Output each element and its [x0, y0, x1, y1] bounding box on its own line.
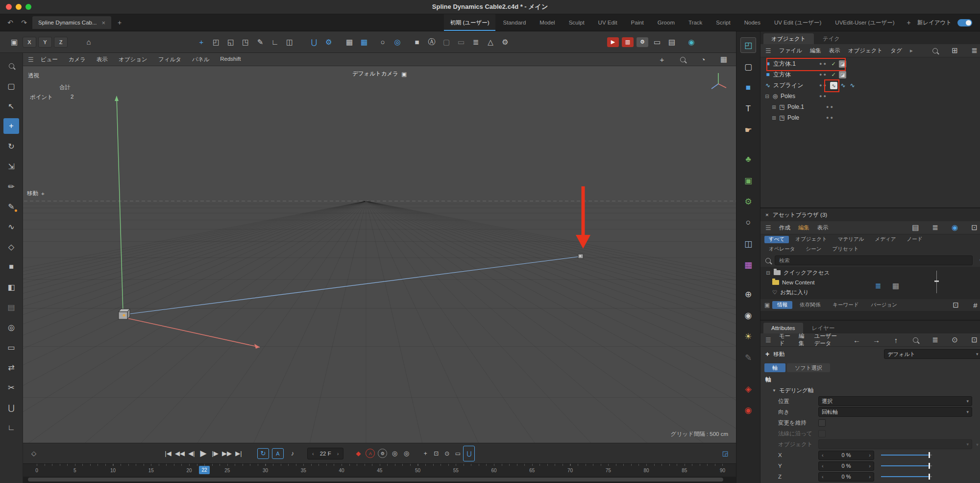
om-menu-item[interactable]: ファイル	[779, 47, 802, 54]
y-value-field[interactable]: ‹0 %›	[818, 461, 874, 471]
popout-icon[interactable]: ⊡	[967, 332, 980, 347]
object-row[interactable]: ⊟◎Poles●●	[760, 91, 980, 102]
asset-filter-tab[interactable]: オペレータ	[764, 246, 799, 253]
visibility-dots[interactable]: ●●	[819, 94, 828, 99]
list-mode-icon[interactable]: ≣	[871, 279, 885, 293]
param-key-icon[interactable]: ▭	[452, 446, 463, 461]
move-axis-icon[interactable]: +	[194, 35, 209, 50]
next-frame-stepper[interactable]: ›	[337, 451, 339, 457]
keying-settings-button[interactable]: ⚙	[378, 449, 387, 458]
filter-icon[interactable]: ≣	[928, 332, 942, 347]
camera-icon[interactable]: ◉	[741, 308, 756, 323]
z-value-field[interactable]: ‹0 %›	[818, 472, 874, 482]
object-row[interactable]: ■立方体●●✓◪	[760, 69, 980, 80]
thumbnail-size-slider[interactable]	[936, 271, 937, 293]
om-menu-item[interactable]: オブジェクト	[848, 47, 883, 54]
autokey-circle-button[interactable]: A	[366, 449, 375, 458]
prev-frame-button[interactable]: ◀|	[186, 446, 197, 461]
viewport-menu-item[interactable]: カメラ	[69, 56, 86, 63]
position-dropdown[interactable]: 選択▾	[818, 396, 972, 406]
asset-capsule-icon[interactable]: Ⓐ	[424, 35, 439, 50]
cube-tool[interactable]: ■	[3, 259, 19, 275]
ring-icon[interactable]: ○	[375, 35, 390, 50]
render-settings-icon[interactable]: ⚙	[637, 37, 648, 47]
layout-tab[interactable]: Model	[534, 14, 561, 31]
add-document-tab-button[interactable]: +	[114, 19, 125, 26]
decrement-stepper[interactable]: ‹	[822, 474, 824, 480]
layout-tab[interactable]: Track	[683, 14, 708, 31]
add-layout-button[interactable]: +	[904, 19, 914, 26]
warning-icon[interactable]: △	[483, 35, 498, 50]
expander-icon[interactable]: ⊟	[765, 270, 771, 276]
cylinder-tool[interactable]: ▭	[3, 339, 19, 355]
y-slider[interactable]	[881, 465, 932, 466]
attr-menu-item[interactable]: モード	[779, 332, 791, 347]
mode-tab[interactable]: 軸	[764, 363, 785, 372]
layout-tab[interactable]: UV Edit (ユーザー)	[768, 14, 827, 31]
info-tab[interactable]: 依存関係	[795, 301, 825, 309]
x-slider[interactable]	[881, 455, 932, 456]
layout-toggle[interactable]	[957, 19, 972, 26]
extrude-tool[interactable]: ◧	[3, 279, 19, 295]
increment-stepper[interactable]: ›	[869, 474, 871, 480]
gear-green-icon[interactable]: ⚙	[741, 194, 756, 209]
enabled-check-icon[interactable]: ✓	[830, 72, 837, 78]
rotate-tool[interactable]: ↻	[3, 138, 19, 154]
timeline-scrollbar[interactable]	[23, 477, 736, 483]
panel-menu-icon[interactable]: ☰	[765, 47, 771, 54]
pen-tool[interactable]: ✎	[3, 199, 19, 214]
hash-icon[interactable]: #	[968, 298, 980, 312]
capsule-icon[interactable]: ▭	[454, 35, 468, 50]
visibility-dots[interactable]: ●●	[819, 72, 828, 77]
playhead[interactable]: 22	[199, 466, 210, 474]
visibility-dots[interactable]: ●●	[826, 104, 835, 109]
knife-tool[interactable]: ✂	[3, 380, 19, 395]
ring-icon[interactable]: ○	[741, 215, 756, 230]
add-icon[interactable]: ⊞	[947, 43, 962, 58]
corner-tool[interactable]: ∟	[3, 420, 19, 435]
slider-thumb[interactable]	[929, 474, 930, 480]
om-tab[interactable]: テイク	[815, 33, 848, 44]
decrement-stepper[interactable]: ‹	[822, 463, 824, 469]
cube-primitive-icon[interactable]: ■	[410, 35, 424, 50]
viewport-menu-item[interactable]: 表示	[97, 56, 108, 63]
scrollbar-thumb[interactable]	[28, 478, 723, 482]
viewport-canvas[interactable]	[23, 66, 736, 443]
axis-tool[interactable]: ◎	[3, 319, 19, 335]
scene-settings-gear-icon[interactable]: ⚙	[498, 35, 513, 50]
tree-item[interactable]: ♡お気に入り	[760, 287, 980, 297]
document-tab[interactable]: Spline Dynamics Cab... ×	[32, 16, 111, 29]
attribute-tab[interactable]: レイヤー	[804, 323, 843, 333]
magnet-snap-icon[interactable]: ⋃	[307, 35, 321, 50]
timeline-expand-icon[interactable]: ◲	[719, 446, 731, 461]
sculpt-brush-tool[interactable]: ✏	[3, 178, 19, 194]
info-tab[interactable]: 情報	[772, 301, 792, 309]
layout-tab[interactable]: UV Edit	[592, 14, 623, 31]
render-view-icon[interactable]: ▶	[607, 37, 619, 47]
menu-more-icon[interactable]: ▸	[910, 47, 913, 54]
magnet-tool[interactable]: ⋃	[3, 400, 19, 415]
frame-icon[interactable]: ▢	[741, 59, 756, 74]
object-row[interactable]: ⊞◳Pole●●	[760, 112, 980, 123]
keep-changes-checkbox[interactable]	[818, 419, 826, 427]
layout-tab[interactable]: UVEdit-User (ユーザー)	[829, 14, 900, 31]
attribute-tab[interactable]: Attributes	[763, 323, 803, 333]
make-editable-icon[interactable]: ◰	[209, 35, 223, 50]
visibility-dots[interactable]: ●●	[826, 115, 835, 120]
camera-icon[interactable]: ▣	[401, 71, 407, 77]
tree-icon[interactable]: ♣	[741, 152, 756, 167]
viewport[interactable]: 透視 合計 ポイント 2 デフォルトカメラ ▣ 移動 +	[23, 66, 736, 443]
expander-icon[interactable]: ⊞	[771, 104, 777, 110]
render-picture-viewer-icon[interactable]: ▥	[622, 37, 634, 47]
object-dropdown[interactable]: ▾	[818, 439, 972, 449]
increment-stepper[interactable]: ›	[869, 452, 871, 458]
filter-icon[interactable]: ≣	[967, 43, 980, 58]
record-objects-button[interactable]: ◎	[389, 446, 400, 461]
sync-icon[interactable]: ◉	[947, 220, 962, 235]
viewport-menu-item[interactable]: パネル	[192, 56, 209, 63]
popout-icon[interactable]: ⊡	[967, 220, 980, 235]
phong-tag-icon[interactable]: ◪	[839, 60, 846, 68]
picture-save-icon[interactable]: ▤	[664, 35, 679, 50]
redshift-camera-icon[interactable]: ◉	[741, 403, 756, 417]
text-tool-icon[interactable]: T	[741, 102, 756, 116]
